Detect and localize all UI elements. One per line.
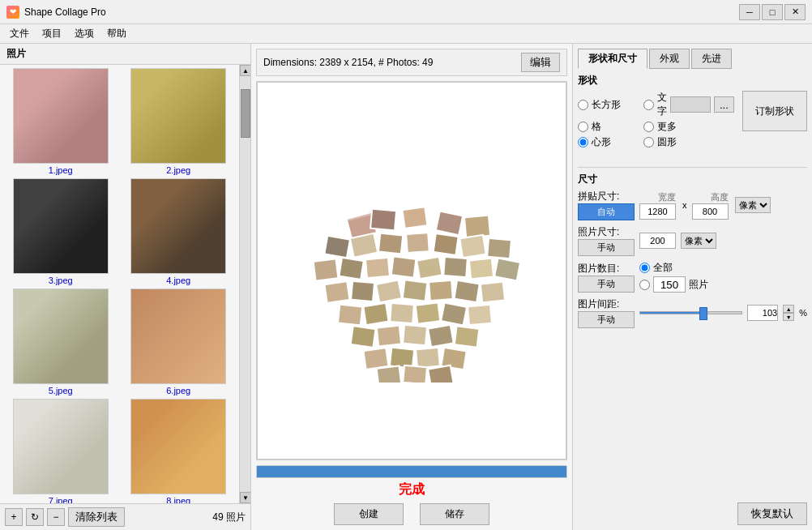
- photo-thumb[interactable]: [13, 399, 109, 494]
- svg-rect-3: [370, 208, 396, 230]
- photo-label: 1.jpeg: [49, 165, 73, 175]
- spacing-manual-button[interactable]: 手动: [578, 311, 635, 328]
- photo-grid: 1.jpeg 2.jpeg 3.jpeg 4.jpeg 5.jpeg: [3, 68, 247, 503]
- save-button[interactable]: 储存: [420, 503, 489, 525]
- list-item: 8.jpeg: [122, 399, 237, 503]
- scroll-up-button[interactable]: ▲: [240, 65, 250, 76]
- edit-button[interactable]: 编辑: [521, 53, 560, 72]
- maximize-button[interactable]: □: [762, 4, 783, 20]
- svg-rect-33: [441, 302, 467, 325]
- progress-bar: [257, 466, 566, 477]
- menu-options[interactable]: 选项: [68, 25, 100, 42]
- shape-circle-label: 圆形: [657, 135, 677, 149]
- spacing-percent-input[interactable]: [747, 305, 778, 321]
- shape-heart-row: 心形: [578, 135, 635, 149]
- photo-thumb[interactable]: [13, 289, 109, 384]
- dots-button[interactable]: ...: [714, 96, 734, 113]
- menu-help[interactable]: 帮助: [100, 25, 133, 42]
- height-input[interactable]: [692, 203, 729, 220]
- shape-circle-radio[interactable]: [643, 137, 654, 147]
- rotate-photo-button[interactable]: ↻: [26, 508, 44, 526]
- add-photo-button[interactable]: +: [5, 508, 23, 526]
- shape-text-input[interactable]: [670, 96, 711, 113]
- spacing-row: 图片间距: 手动 ▲ ▼ %: [578, 297, 807, 328]
- menu-file[interactable]: 文件: [3, 25, 36, 42]
- count-num-input[interactable]: [653, 276, 686, 293]
- spin-up-button[interactable]: ▲: [783, 305, 794, 313]
- width-label: 宽度: [658, 191, 676, 203]
- clear-list-button[interactable]: 清除列表: [68, 507, 125, 527]
- shape-more-radio[interactable]: [643, 122, 654, 132]
- svg-rect-30: [363, 302, 388, 324]
- svg-rect-12: [459, 234, 485, 257]
- svg-rect-7: [324, 235, 350, 258]
- remove-photo-button[interactable]: −: [47, 508, 65, 526]
- svg-rect-37: [403, 324, 427, 344]
- complete-text: 完成: [256, 481, 567, 498]
- tab-shape-size[interactable]: 形状和尺寸: [578, 49, 647, 69]
- spacing-spin-buttons: ▲ ▼: [783, 305, 794, 321]
- list-item: 7.jpeg: [3, 399, 118, 503]
- create-button[interactable]: 创建: [334, 503, 404, 525]
- count-all-radio[interactable]: [639, 263, 650, 273]
- svg-rect-18: [417, 256, 442, 279]
- collage-size-row: 拼贴尺寸: 自动 宽度 x 高度 像素 英寸 厘米: [578, 190, 807, 220]
- tab-bar: 形状和尺寸 外观 先进: [578, 49, 807, 69]
- left-panel: 照片 1.jpeg 2.jpeg 3.jpeg 4.jpeg: [0, 44, 251, 530]
- restore-defaults-button[interactable]: 恢复默认: [737, 502, 807, 525]
- count-manual-button[interactable]: 手动: [578, 276, 635, 293]
- svg-rect-16: [365, 257, 390, 277]
- svg-rect-32: [416, 302, 441, 323]
- photo-thumb[interactable]: [13, 178, 109, 274]
- count-num-radio[interactable]: [639, 280, 650, 290]
- photo-thumb[interactable]: [130, 289, 226, 384]
- tab-appearance[interactable]: 外观: [649, 49, 690, 69]
- svg-rect-8: [350, 233, 378, 257]
- svg-rect-10: [406, 233, 430, 253]
- svg-rect-24: [376, 280, 402, 302]
- width-input[interactable]: [639, 203, 676, 220]
- list-item: 6.jpeg: [122, 289, 237, 395]
- svg-rect-9: [378, 233, 403, 254]
- unit-select[interactable]: 像素 英寸 厘米: [735, 197, 771, 213]
- scroll-thumb[interactable]: [241, 89, 250, 138]
- shape-grid-radio[interactable]: [578, 122, 588, 132]
- list-item: 2.jpeg: [122, 68, 237, 175]
- svg-rect-42: [416, 347, 440, 367]
- photo-count-label: 图片数目:: [578, 262, 635, 276]
- right-bottom-bar: 恢复默认: [578, 502, 807, 525]
- svg-rect-13: [487, 237, 511, 258]
- title-bar: ❤ Shape Collage Pro ─ □ ✕: [0, 0, 812, 24]
- photo-size-input[interactable]: [639, 233, 676, 249]
- tab-advanced[interactable]: 先进: [691, 49, 732, 69]
- scroll-down-button[interactable]: ▼: [240, 492, 250, 503]
- window-controls: ─ □ ✕: [739, 4, 806, 20]
- photo-thumb[interactable]: [130, 399, 226, 494]
- collage-auto-button[interactable]: 自动: [578, 203, 635, 220]
- photo-manual-button[interactable]: 手动: [578, 239, 635, 256]
- photo-thumb[interactable]: [130, 178, 226, 274]
- minimize-button[interactable]: ─: [739, 4, 760, 20]
- shape-heart-radio[interactable]: [578, 137, 588, 147]
- photo-list-container: 1.jpeg 2.jpeg 3.jpeg 4.jpeg 5.jpeg: [0, 65, 250, 503]
- shape-options: 长方形 文字 ... 格 更多 心形: [578, 91, 734, 149]
- list-item: 4.jpeg: [122, 178, 237, 285]
- shape-text-radio[interactable]: [643, 100, 654, 110]
- menu-project[interactable]: 项目: [36, 25, 68, 42]
- photo-thumb[interactable]: [130, 68, 226, 164]
- close-button[interactable]: ✕: [784, 4, 806, 20]
- svg-rect-44: [377, 365, 402, 383]
- scrollbar[interactable]: ▲ ▼: [239, 65, 250, 503]
- shape-rectangle-radio[interactable]: [578, 100, 588, 110]
- spin-down-button[interactable]: ▼: [783, 313, 794, 321]
- photo-unit-select[interactable]: 像素 英寸: [681, 233, 716, 249]
- spacing-slider-track: [639, 311, 742, 314]
- photo-label: 8.jpeg: [166, 496, 190, 503]
- custom-shape-button[interactable]: 订制形状: [742, 91, 807, 131]
- photo-size-label: 照片尺寸:: [578, 225, 635, 239]
- photo-thumb[interactable]: [13, 68, 109, 164]
- count-options: 全部 照片: [639, 261, 708, 293]
- count-all-row: 全部: [639, 261, 708, 275]
- photo-size-row: 照片尺寸: 手动 像素 英寸: [578, 225, 807, 256]
- spacing-slider-thumb[interactable]: [699, 307, 707, 320]
